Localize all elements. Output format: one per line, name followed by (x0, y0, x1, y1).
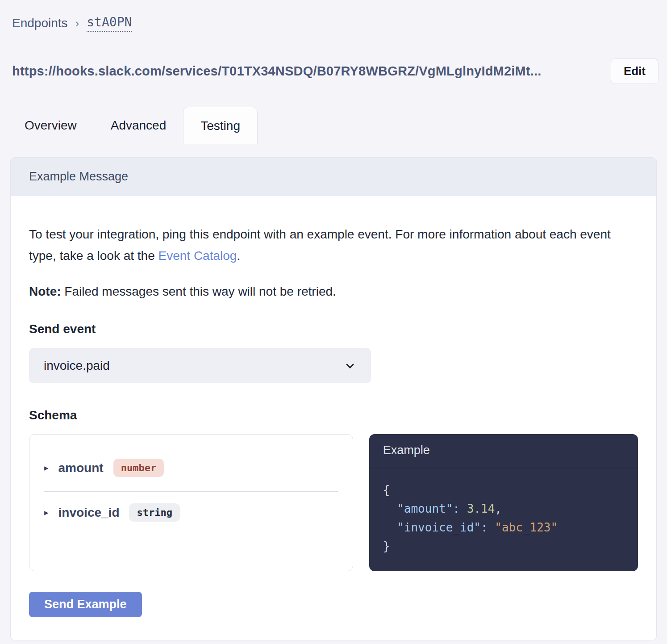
example-message-card: Example Message To test your integration… (10, 157, 657, 640)
intro-before-link: To test your integration, ping this endp… (29, 227, 611, 263)
chevron-down-icon (344, 360, 356, 372)
note-body: Failed messages sent this way will not b… (61, 284, 336, 298)
event-type-selected-value: invoice.paid (44, 359, 110, 373)
breadcrumb-endpoints-link[interactable]: Endpoints (12, 16, 68, 30)
tab-testing[interactable]: Testing (183, 107, 258, 144)
example-panel: Example { "amount": 3.14, "invoice_id": … (369, 434, 638, 571)
field-type-badge-number: number (113, 459, 164, 477)
json-key-token: "invoice_id" (397, 521, 481, 534)
json-line: { (383, 481, 624, 499)
schema-panel: ▸ amount number ▸ invoice_id string (29, 434, 353, 571)
json-indent-token (383, 521, 397, 534)
tab-bar: Overview Advanced Testing (8, 107, 667, 144)
intro-text: To test your integration, ping this endp… (29, 224, 638, 267)
send-event-label: Send event (29, 322, 638, 336)
breadcrumb-endpoint-id[interactable]: stA0PN (87, 15, 132, 32)
json-line: } (383, 537, 624, 556)
expand-arrow-icon[interactable]: ▸ (44, 508, 49, 517)
card-body: To test your integration, ping this endp… (11, 196, 656, 640)
breadcrumb: Endpoints › stA0PN (12, 15, 667, 32)
note-text: Note: Failed messages sent this way will… (29, 284, 638, 299)
breadcrumb-separator-icon: › (75, 17, 79, 30)
field-name-invoice-id: invoice_id (58, 506, 120, 520)
json-string-token: "abc_123" (495, 521, 558, 534)
json-line: "invoice_id": "abc_123" (383, 518, 624, 537)
tab-overview[interactable]: Overview (8, 107, 94, 144)
json-number-token: 3.14 (467, 502, 495, 515)
json-key-token: "amount" (397, 502, 453, 515)
field-name-amount: amount (58, 461, 104, 475)
event-catalog-link[interactable]: Event Catalog (158, 249, 237, 263)
intro-after-link: . (237, 249, 240, 263)
card-header: Example Message (11, 158, 656, 196)
endpoint-url-row: https://hooks.slack.com/services/T01TX34… (12, 59, 659, 84)
json-line: "amount": 3.14, (383, 499, 624, 518)
json-colon-token: : (481, 521, 495, 534)
tab-advanced[interactable]: Advanced (94, 107, 183, 144)
send-example-button[interactable]: Send Example (29, 592, 142, 617)
schema-label: Schema (29, 408, 638, 422)
expand-arrow-icon[interactable]: ▸ (44, 464, 49, 472)
field-type-badge-string: string (129, 503, 179, 522)
schema-and-example-panels: ▸ amount number ▸ invoice_id string Exam… (29, 434, 638, 571)
json-brace-token: } (383, 539, 390, 553)
endpoint-testing-page: Endpoints › stA0PN https://hooks.slack.c… (0, 15, 667, 640)
json-comma-token: , (495, 502, 502, 515)
example-json-code: { "amount": 3.14, "invoice_id": "abc_123… (369, 467, 638, 569)
json-indent-token (383, 502, 397, 515)
note-label: Note: (29, 284, 61, 298)
json-brace-token: { (383, 483, 390, 497)
card-title: Example Message (29, 170, 128, 183)
json-colon-token: : (453, 502, 467, 515)
edit-url-button[interactable]: Edit (611, 59, 659, 84)
endpoint-url: https://hooks.slack.com/services/T01TX34… (12, 64, 541, 79)
example-panel-title: Example (369, 434, 638, 467)
event-type-select[interactable]: invoice.paid (29, 348, 371, 383)
schema-row-amount[interactable]: ▸ amount number (29, 435, 353, 491)
schema-row-invoice-id[interactable]: ▸ invoice_id string (29, 492, 353, 522)
